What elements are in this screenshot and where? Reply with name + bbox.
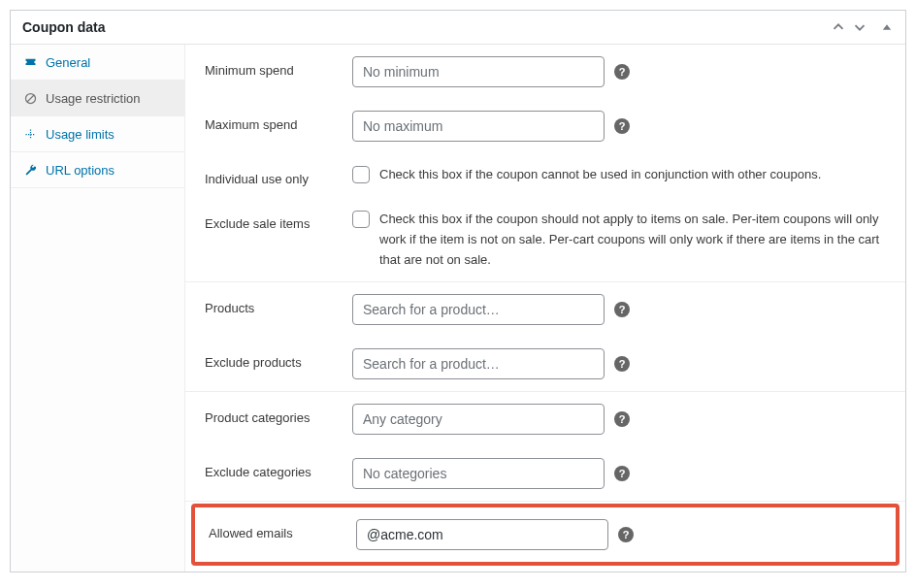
row-product-categories: Product categories ?: [205, 392, 886, 446]
tab-content: Minimum spend ? Maximum spend ? Individu…: [185, 45, 905, 572]
help-icon[interactable]: ?: [614, 64, 630, 80]
row-maximum-spend: Maximum spend ?: [205, 99, 886, 153]
allowed-emails-input[interactable]: [356, 519, 608, 550]
maximum-spend-input[interactable]: [352, 111, 605, 142]
exclude-products-input[interactable]: [352, 348, 605, 379]
product-categories-input[interactable]: [352, 404, 605, 435]
panel-title: Coupon data: [22, 19, 106, 35]
row-products: Products ?: [205, 282, 886, 337]
row-exclude-products: Exclude products ?: [205, 337, 886, 391]
label-products: Products: [205, 294, 341, 315]
help-icon[interactable]: ?: [614, 411, 630, 427]
coupon-tabs-sidebar: General Usage restriction Usage limits U…: [11, 45, 185, 572]
label-product-categories: Product categories: [205, 404, 341, 425]
label-allowed-emails: Allowed emails: [209, 519, 344, 540]
row-allowed-emails: Allowed emails ?: [209, 513, 882, 556]
tab-label: Usage limits: [46, 127, 114, 142]
exclude-categories-input[interactable]: [352, 458, 605, 489]
label-exclude-categories: Exclude categories: [205, 458, 341, 479]
row-individual-use: Individual use only Check this box if th…: [205, 153, 886, 198]
tab-usage-restriction[interactable]: Usage restriction: [11, 81, 184, 116]
panel-header-controls: [830, 18, 894, 36]
ticket-icon: [22, 54, 38, 70]
exclude-sale-checkbox[interactable]: [352, 211, 370, 228]
section-allowed-emails: Allowed emails ?: [191, 504, 900, 566]
individual-use-desc: Check this box if the coupon cannot be u…: [379, 165, 821, 185]
help-icon[interactable]: ?: [614, 356, 630, 372]
help-icon[interactable]: ?: [614, 118, 630, 134]
panel-header: Coupon data: [11, 11, 905, 45]
tab-label: General: [46, 55, 90, 70]
move-down-icon[interactable]: [851, 18, 868, 36]
collapse-icon[interactable]: [880, 20, 894, 34]
help-icon[interactable]: ?: [614, 466, 630, 481]
label-exclude-sale: Exclude sale items: [205, 210, 341, 231]
label-maximum-spend: Maximum spend: [205, 111, 341, 132]
individual-use-checkbox[interactable]: [352, 166, 370, 183]
blocked-icon: [22, 90, 38, 106]
tab-general[interactable]: General: [11, 45, 184, 81]
section-categories: Product categories ? Exclude categories …: [185, 392, 905, 502]
tab-label: URL options: [46, 163, 114, 178]
label-exclude-products: Exclude products: [205, 348, 341, 370]
exclude-sale-desc: Check this box if the coupon should not …: [379, 210, 886, 270]
row-minimum-spend: Minimum spend ?: [205, 45, 886, 99]
tab-url-options[interactable]: URL options: [11, 152, 184, 188]
products-input[interactable]: [352, 294, 605, 325]
section-products: Products ? Exclude products ?: [185, 282, 905, 392]
wrench-icon: [22, 162, 38, 178]
coupon-data-panel: Coupon data General Usage restriction: [10, 10, 906, 572]
section-spend: Minimum spend ? Maximum spend ? Individu…: [185, 45, 905, 282]
help-icon[interactable]: ?: [614, 302, 630, 317]
panel-body: General Usage restriction Usage limits U…: [11, 45, 905, 572]
label-minimum-spend: Minimum spend: [205, 56, 341, 78]
row-exclude-sale: Exclude sale items Check this box if the…: [205, 198, 886, 281]
tab-label: Usage restriction: [46, 91, 141, 106]
minimum-spend-input[interactable]: [352, 56, 605, 87]
label-individual-use: Individual use only: [205, 165, 341, 186]
limits-icon: [22, 126, 38, 142]
help-icon[interactable]: ?: [618, 527, 634, 542]
move-up-icon[interactable]: [830, 18, 847, 36]
row-exclude-categories: Exclude categories ?: [205, 446, 886, 501]
svg-line-1: [26, 94, 34, 102]
tab-usage-limits[interactable]: Usage limits: [11, 116, 184, 152]
